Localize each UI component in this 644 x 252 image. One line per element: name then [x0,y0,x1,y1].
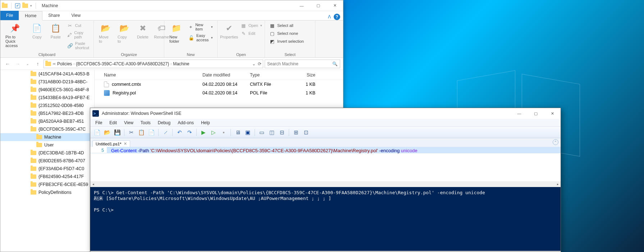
tree-item[interactable]: {BA520AA9-BEB7-451 [0,117,94,125]
menu-add-ons[interactable]: Add-ons [175,120,197,125]
layout-1-icon[interactable]: ▭ [257,128,266,137]
run-selection-icon[interactable]: ▷ [209,128,218,137]
tree-item[interactable]: {731A6B00-D219-48BC- [0,78,94,86]
move-to-button[interactable]: 📂Move to [97,22,114,44]
tree-item[interactable]: {B51A7982-BE23-4DB [0,109,94,117]
nav-tree[interactable]: {415CAF84-241A-4053-B{731A6B00-D219-48BC… [0,70,95,252]
ise-title-bar[interactable]: >_ Administrator: Windows PowerShell ISE… [90,108,561,119]
search-input[interactable]: Search Machine 🔍 [265,60,340,68]
new-file-icon[interactable]: 📄 [92,128,102,137]
col-name[interactable]: Name [95,73,199,78]
back-button[interactable]: ← [3,60,12,68]
ise-menu-bar[interactable]: FileEditViewToolsDebugAdd-onsHelp [90,119,561,127]
tree-item[interactable]: {415CAF84-241A-4053-B [0,70,94,78]
ribbon-collapse-icon[interactable]: ᐱ [328,14,331,19]
maximize-button[interactable]: ▢ [310,0,326,11]
ise-toolbar[interactable]: 📄 📂 💾 ✂ 📋 📄 ⟋ ↶ ↷ ▶ ▷ ▪ 🖥 ▣ ▭ ◫ ⊟ ⊞ ⊡ [90,127,561,138]
ise-maximize-button[interactable]: ▢ [527,108,544,119]
copy-to-button[interactable]: 📂Copy to [115,22,133,44]
copy-icon[interactable]: 📋 [137,128,146,137]
undo-icon[interactable]: ↶ [175,128,184,137]
tree-item[interactable]: {E80D2E65-87B6-4707 [0,157,94,165]
menu-file[interactable]: File [92,120,105,125]
select-all-button[interactable]: ▦Select all [268,22,305,29]
forward-button[interactable]: → [13,60,22,68]
open-file-icon[interactable]: 📂 [102,128,112,137]
address-dropdown-icon[interactable]: ⌄ [252,61,256,66]
qat-folder-icon[interactable] [22,4,28,8]
tab-share[interactable]: Share [42,11,65,20]
tree-item[interactable]: PolicyDefinitions [0,188,94,196]
tree-item[interactable]: {FFBE3CFE-6CEE-4E59 [0,181,94,188]
tab-close-icon[interactable]: ✕ [124,141,127,146]
menu-view[interactable]: View [121,120,136,125]
minimize-button[interactable]: — [293,0,310,11]
pin-quick-access-button[interactable]: 📌Pin to Quick access [3,22,27,48]
new-folder-button[interactable]: 📁New folder [167,22,186,44]
tab-file[interactable]: File [0,11,19,20]
ise-minimize-button[interactable]: — [511,108,527,119]
close-button[interactable]: ✕ [326,0,343,11]
remote-icon[interactable]: 🖥 [233,128,242,137]
tab-home[interactable]: Home [19,11,42,20]
tree-item[interactable]: {15433BE4-8A19-4FB7-E [0,94,94,102]
up-button[interactable]: ↑ [33,60,42,68]
menu-edit[interactable]: Edit [106,120,120,125]
save-file-icon[interactable]: 💾 [113,128,122,137]
console-pane[interactable]: PS C:\> Get-Content -Path 'C:\Windows\SY… [90,187,561,251]
select-none-button[interactable]: ▢Select none [268,30,305,37]
file-row[interactable]: comment.cmtx04.02.2020 08:14CMTX File1 K… [95,80,343,89]
tree-item[interactable]: {DEC3DBAE-1B7B-4D [0,149,94,157]
open-button[interactable]: ▦Open▾ [239,22,264,29]
properties-button[interactable]: ✔Properties [220,22,238,40]
easy-access-button[interactable]: 🔓Easy access▾ [187,33,214,43]
paste-shortcut-button[interactable]: 🔗Paste shortcut [66,41,91,51]
tree-item[interactable]: Machine [0,133,94,141]
menu-help[interactable]: Help [198,120,213,125]
paste-icon[interactable]: 📄 [147,128,156,137]
cut-icon[interactable]: ✂ [127,128,136,137]
col-size[interactable]: Size [294,73,319,78]
powershell-console-icon[interactable]: ▣ [243,128,252,137]
title-bar[interactable]: ✔ ▾ Machine — ▢ ✕ [0,0,343,11]
copy-path-button[interactable]: 🖍Copy path [66,30,91,40]
tab-view[interactable]: View [65,11,86,20]
paste-button[interactable]: 📋Paste [47,22,64,40]
show-addon-icon[interactable]: ⊡ [301,128,311,137]
clear-icon[interactable]: ⟋ [161,128,170,137]
tree-item[interactable]: {EF33A6D4-F5D7-4C0 [0,165,94,173]
script-tab[interactable]: Untitled1.ps1* ✕ [92,140,130,147]
recent-dropdown[interactable]: ⌄ [23,60,32,68]
run-icon[interactable]: ▶ [199,128,208,137]
layout-2-icon[interactable]: ◫ [267,128,277,137]
tree-item[interactable]: {9460EEC5-3601-484F-8 [0,86,94,94]
edit-button[interactable]: ✎Edit [239,30,264,37]
address-bar[interactable]: ≪ Policies› {BCCFD8C5-359C-47CE-A300-9FA… [44,60,263,68]
layout-3-icon[interactable]: ⊟ [277,128,287,137]
col-date[interactable]: Date modified [199,73,246,78]
show-command-icon[interactable]: ⊞ [291,128,301,137]
tree-item[interactable]: {BCCFD8C5-359C-47C [0,125,94,133]
qat-properties-icon[interactable]: ✔ [15,3,20,8]
column-headers[interactable]: Name Date modified Type Size [95,70,343,80]
invert-selection-button[interactable]: ◩Invert selection [268,38,305,45]
tree-item[interactable]: {FB624590-4254-417F [0,173,94,181]
tree-item[interactable]: User [0,141,94,149]
help-icon[interactable]: ? [334,14,340,20]
delete-button[interactable]: ✖Delete [134,22,151,40]
redo-icon[interactable]: ↷ [185,128,194,137]
stop-icon[interactable]: ▪ [219,128,228,137]
menu-tools[interactable]: Tools [138,120,154,125]
col-type[interactable]: Type [246,73,294,78]
ise-close-button[interactable]: ✕ [544,108,561,119]
copy-button[interactable]: 📄Copy [28,22,46,40]
code-line[interactable]: Get-Content -Path 'C:\Windows\SYSVOL\dom… [90,147,561,153]
file-row[interactable]: Registry.pol04.02.2020 08:14POL File1 KB [95,89,343,97]
cut-button[interactable]: ✂Cut [66,22,91,29]
new-item-button[interactable]: ＋New item▾ [187,22,214,32]
script-editor[interactable]: 5 Get-Content -Path 'C:\Windows\SYSVOL\d… [90,147,561,187]
collapse-script-pane-icon[interactable]: ⌃ [553,139,558,145]
refresh-icon[interactable]: ⟳ [258,61,261,66]
menu-debug[interactable]: Debug [155,120,173,125]
tree-item[interactable]: {23512502-0D08-4580 [0,102,94,109]
